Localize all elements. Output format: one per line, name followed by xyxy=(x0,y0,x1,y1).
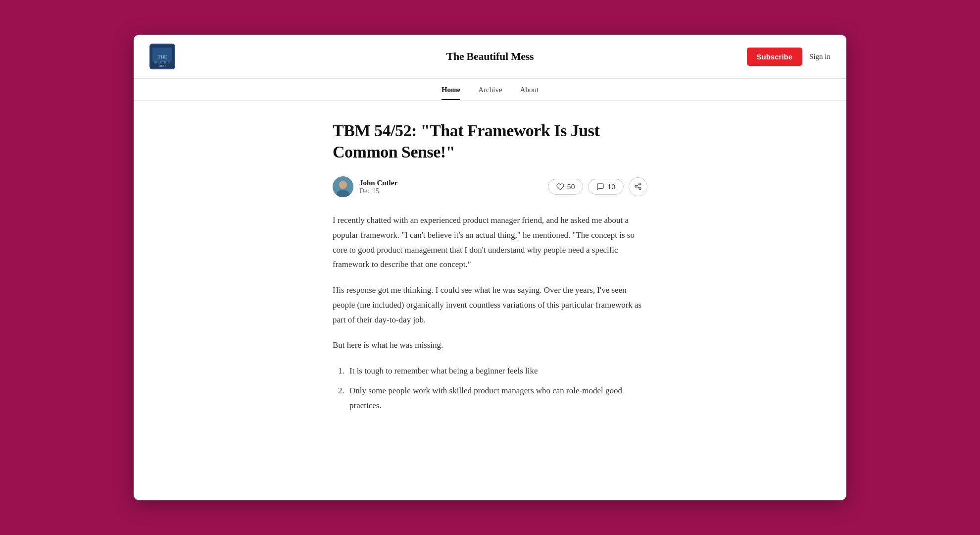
content-area: TBM 54/52: "That Framework Is Just Commo… xyxy=(134,101,846,500)
logo-area: THE BEAUTIFUL MESS xyxy=(149,44,175,69)
nav-home[interactable]: Home xyxy=(441,86,460,100)
nav-about[interactable]: About xyxy=(520,86,539,100)
share-button[interactable] xyxy=(629,177,647,196)
avatar xyxy=(333,176,353,197)
article-body: I recently chatted with an experienced p… xyxy=(333,213,647,413)
header-actions: Subscribe Sign in xyxy=(747,48,831,66)
like-count: 50 xyxy=(567,183,575,191)
author-name: John Cutler xyxy=(359,179,397,187)
browser-window: THE BEAUTIFUL MESS The Beautiful Mess Su… xyxy=(134,35,846,500)
svg-text:MESS: MESS xyxy=(158,64,166,67)
svg-point-10 xyxy=(639,187,641,189)
svg-text:BEAUTIFUL: BEAUTIFUL xyxy=(154,61,171,64)
action-buttons: 50 10 xyxy=(548,177,647,196)
paragraph-3: But here is what he was missing. xyxy=(333,338,647,353)
list-item: Only some people work with skilled produ… xyxy=(346,383,647,413)
author-row: John Cutler Dec 15 50 xyxy=(333,176,647,197)
svg-line-11 xyxy=(637,187,639,188)
svg-point-9 xyxy=(635,185,637,187)
nav-archive[interactable]: Archive xyxy=(478,86,502,100)
list-item: It is tough to remember what being a beg… xyxy=(346,364,647,378)
svg-line-12 xyxy=(637,184,639,186)
comment-icon xyxy=(596,183,604,191)
site-logo[interactable]: THE BEAUTIFUL MESS xyxy=(149,44,175,69)
paragraph-1: I recently chatted with an experienced p… xyxy=(333,213,647,272)
svg-point-8 xyxy=(639,183,641,185)
article-list: It is tough to remember what being a beg… xyxy=(333,364,647,413)
main-nav: Home Archive About xyxy=(134,79,846,101)
author-info: John Cutler Dec 15 xyxy=(333,176,397,197)
comment-count: 10 xyxy=(607,183,615,191)
comment-button[interactable]: 10 xyxy=(588,179,624,195)
article-container: TBM 54/52: "That Framework Is Just Commo… xyxy=(317,120,663,413)
like-button[interactable]: 50 xyxy=(548,179,584,195)
subscribe-button[interactable]: Subscribe xyxy=(747,48,803,66)
svg-point-6 xyxy=(339,181,347,189)
site-title: The Beautiful Mess xyxy=(446,50,534,63)
paragraph-2: His response got me thinking. I could se… xyxy=(333,283,647,327)
author-date: Dec 15 xyxy=(359,187,397,195)
header: THE BEAUTIFUL MESS The Beautiful Mess Su… xyxy=(134,35,846,79)
sign-in-link[interactable]: Sign in xyxy=(809,53,831,61)
author-details: John Cutler Dec 15 xyxy=(359,179,397,195)
svg-text:THE: THE xyxy=(157,54,167,59)
article-title: TBM 54/52: "That Framework Is Just Commo… xyxy=(333,120,647,162)
heart-icon xyxy=(556,183,564,191)
share-icon xyxy=(634,182,642,192)
